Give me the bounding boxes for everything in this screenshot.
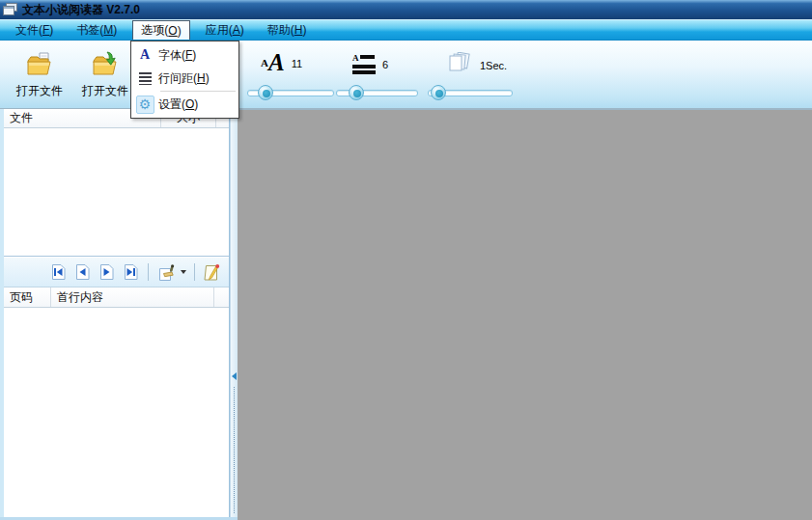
panel-splitter[interactable]	[230, 109, 238, 517]
menubar-item-file[interactable]: 文件(F)	[8, 20, 61, 40]
window-title: 文本小说阅读器 V2.7.0	[22, 2, 140, 18]
menubar-item-help[interactable]: 帮助(H)	[260, 20, 315, 40]
titlebar: 文本小说阅读器 V2.7.0	[0, 0, 812, 19]
sidebar-panel: 文件 大小 页码 首行内容	[4, 109, 230, 517]
edit-pencil-icon	[203, 263, 222, 282]
reading-area	[238, 110, 812, 520]
page-interval-value: 1Sec.	[480, 60, 507, 75]
font-size-icon: AA	[261, 52, 285, 73]
page-interval-control: 1Sec.	[446, 52, 507, 75]
font-size-slider[interactable]	[247, 85, 334, 100]
menubar: 文件(F)书签(M)选项(O)应用(A)帮助(H)	[0, 19, 812, 41]
app-window: 文本小说阅读器 V2.7.0 文件(F)书签(M)选项(O)应用(A)帮助(H)…	[0, 0, 812, 520]
menu-item-settings[interactable]: ⚙设置(O)	[131, 93, 238, 116]
edit-button[interactable]	[201, 260, 224, 284]
splitter-grip[interactable]	[234, 387, 235, 513]
open-file-label: 打开文件	[73, 83, 137, 99]
next-page-button[interactable]	[96, 260, 118, 284]
line-spacing-value: 6	[382, 59, 388, 74]
menu-separator	[160, 91, 236, 92]
toolbar-separator	[194, 263, 195, 281]
slider-thumb[interactable]	[349, 85, 364, 100]
next-page-icon	[98, 263, 116, 281]
page-list-header: 页码 首行内容	[4, 287, 229, 308]
menu-item-line-spacing[interactable]: 行间距(H)	[131, 67, 238, 90]
line-spacing-control: A 6	[352, 54, 388, 74]
column-header-spacer	[213, 287, 229, 307]
menubar-item-options[interactable]: 选项(O)	[132, 20, 189, 40]
font-size-value: 11	[292, 58, 302, 73]
page-nav-toolbar	[4, 258, 229, 287]
open-file-import-button[interactable]: 打开文件	[73, 48, 137, 102]
prev-page-icon	[73, 263, 92, 281]
column-header-page-number[interactable]: 页码	[4, 287, 50, 307]
stamp-icon	[156, 263, 178, 282]
menu-item-font[interactable]: A字体(F)	[131, 43, 238, 67]
collapse-arrow-icon[interactable]	[232, 372, 237, 380]
line-spacing-slider[interactable]	[336, 85, 418, 100]
font-a-icon: A	[131, 47, 158, 63]
app-window-icon	[3, 3, 17, 16]
dropdown-caret-icon	[181, 270, 186, 274]
stacked-pages-icon	[446, 52, 473, 75]
file-list[interactable]	[4, 128, 229, 257]
line-spacing-icon	[131, 72, 158, 85]
menubar-item-bookmark[interactable]: 书签(M)	[69, 20, 125, 40]
page-interval-slider[interactable]	[428, 85, 513, 100]
open-file-label: 打开文件	[8, 83, 71, 99]
main-toolbar: 打开文件 打开文件 AA 11	[0, 41, 812, 110]
open-file-import-icon	[73, 48, 137, 79]
last-page-icon	[122, 263, 140, 281]
slider-thumb[interactable]	[258, 85, 273, 100]
slider-thumb[interactable]	[431, 85, 446, 100]
gear-icon: ⚙	[131, 96, 158, 114]
first-page-button[interactable]	[47, 260, 70, 284]
open-file-button[interactable]: 打开文件	[8, 48, 71, 102]
menubar-item-apply[interactable]: 应用(A)	[198, 20, 252, 40]
last-page-button[interactable]	[120, 260, 142, 284]
options-menu: A字体(F)行间距(H)⚙设置(O)	[130, 41, 239, 119]
font-size-control: AA 11	[261, 52, 302, 73]
open-file-folder-icon	[8, 48, 71, 79]
toolbar-separator	[148, 263, 149, 281]
prev-page-button[interactable]	[71, 260, 94, 284]
column-header-first-line[interactable]: 首行内容	[50, 287, 213, 307]
first-page-icon	[49, 263, 68, 281]
line-spacing-bars-icon: A	[352, 54, 376, 74]
stamp-bookmark-button[interactable]	[154, 260, 188, 284]
page-list[interactable]	[4, 308, 229, 517]
